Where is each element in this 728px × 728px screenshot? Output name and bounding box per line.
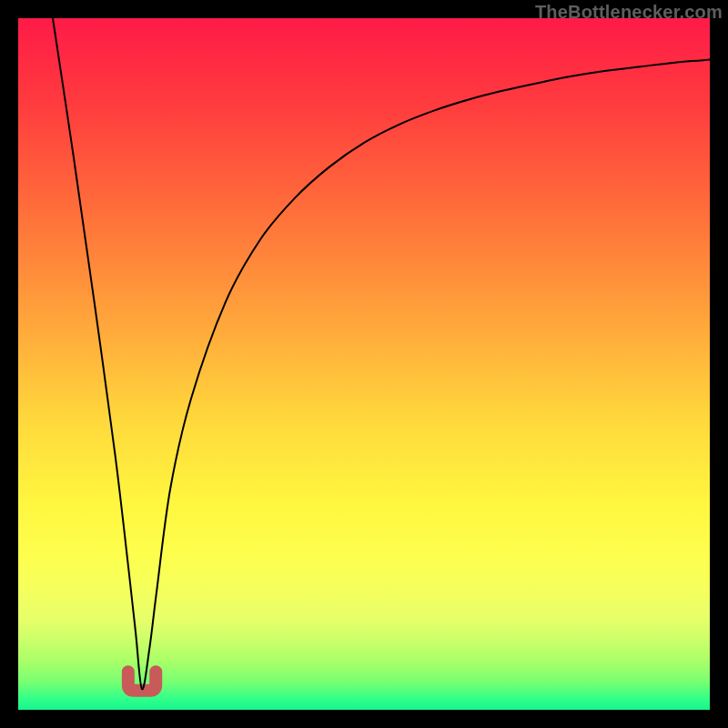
chart-frame: TheBottlenecker.com	[0, 0, 728, 728]
chart-plot-area	[18, 18, 710, 710]
bottleneck-curve	[53, 18, 710, 689]
chart-svg	[18, 18, 710, 710]
